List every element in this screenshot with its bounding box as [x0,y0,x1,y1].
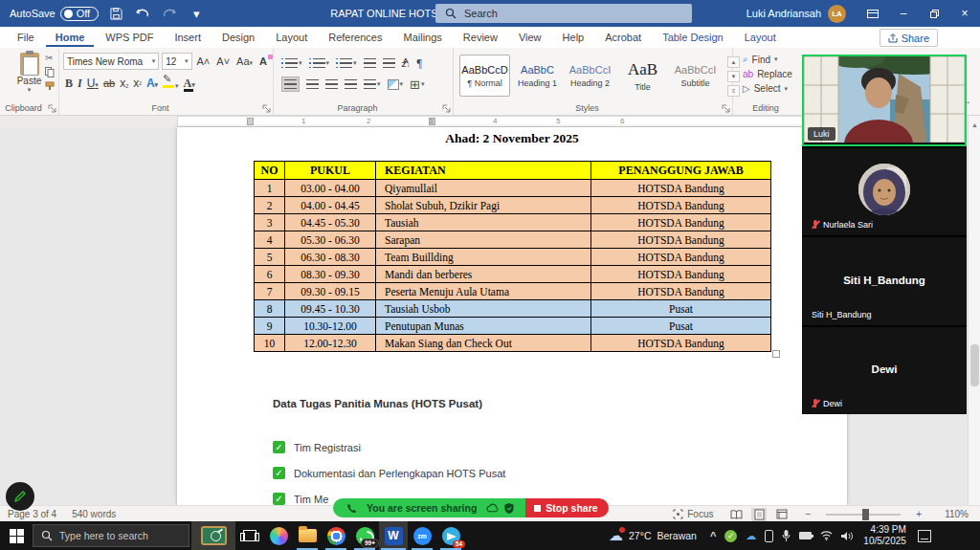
checklist-item[interactable]: ✓Dokumentasi dan Perlengkapan HOTS Pusat [273,467,505,479]
word-count[interactable]: 540 words [64,509,123,519]
zoom-slider-thumb[interactable] [862,509,869,520]
action-center-icon[interactable] [918,530,931,542]
increase-indent-button[interactable] [383,58,395,68]
strikethrough-button[interactable]: ab [103,77,115,89]
table-cell[interactable]: 04.45 - 05.30 [285,214,376,231]
start-button[interactable] [0,521,33,550]
tab-table-design[interactable]: Table Design [653,29,733,47]
font-size-select[interactable]: 12▾ [162,53,191,70]
tab-help[interactable]: Help [553,29,594,47]
taskbar-chrome-button[interactable] [322,521,350,550]
table-cell[interactable]: Team Buillding [376,249,591,266]
zoom-slider[interactable] [826,514,901,516]
weather-widget[interactable]: ☁ 27°C Berawan [609,527,697,544]
table-cell[interactable]: Mandi dan berberes [376,266,591,283]
checked-checkbox-icon[interactable]: ✓ [273,493,285,505]
search-box[interactable]: Search [435,4,692,23]
justify-button[interactable] [345,79,357,89]
phone-link-icon[interactable] [765,530,773,542]
redo-icon[interactable] [160,3,179,24]
table-cell[interactable]: 6 [255,266,285,283]
table-cell[interactable]: HOTSDA Bandung [591,231,771,249]
ribbon-display-options-button[interactable] [858,0,888,27]
highlight-color-button[interactable]: ▾ [163,76,179,91]
taskbar-search-box[interactable]: Type here to search [33,524,189,547]
table-cell[interactable]: 12.00-12.30 [285,335,376,352]
align-center-button[interactable] [306,79,319,89]
change-case-button[interactable]: Aa▾ [234,55,255,68]
copy-icon[interactable] [45,67,55,77]
checklist-item[interactable]: ✓Tim Registrasi [273,441,505,453]
borders-button[interactable]: ⊞▾ [410,77,424,92]
tab-home[interactable]: Home [46,29,95,47]
tab-mailings[interactable]: Mailings [393,29,451,47]
table-cell[interactable]: HOTSDA Bandung [591,266,771,283]
volume-icon[interactable] [841,531,854,541]
style-subtitle[interactable]: AaBbCcISubtitle [670,55,721,97]
paste-button[interactable]: Paste ▾ [9,52,51,94]
zoom-level[interactable]: 110% [937,509,976,519]
bold-button[interactable]: B [65,77,73,91]
table-cell[interactable]: 4 [255,231,285,249]
table-cell[interactable]: Pusat [591,300,771,318]
video-tile-dewi[interactable]: Dewi Dewi [802,327,967,415]
quick-access-customize-icon[interactable]: ▾ [187,3,206,24]
tab-acrobat[interactable]: Acrobat [595,29,651,47]
table-cell[interactable]: HOTSDA Bandung [591,214,771,231]
tab-file[interactable]: File [8,29,44,47]
text-effects-button[interactable]: A▾ [146,77,158,90]
collapse-ribbon-icon[interactable]: ˆ [967,100,969,110]
table-cell[interactable]: HOTSDA Bandung [591,283,771,300]
cloud-sync-icon[interactable]: ☁ [746,530,756,542]
close-button[interactable]: × [949,0,980,27]
numbering-button[interactable]: ▾ [309,58,330,68]
zoom-out-button[interactable]: − [797,509,818,519]
table-cell[interactable]: Makan Siang dan Check Out [376,335,591,352]
vertical-scrollbar[interactable]: ▲ [968,116,980,505]
clear-formatting-button[interactable]: A [257,55,269,68]
table-row[interactable]: 204.00 - 04.45Sholat Subuh, Dzikir PagiH… [255,197,771,214]
table-cell[interactable]: Penutupan Munas [376,318,591,335]
print-layout-button[interactable] [751,508,767,521]
font-name-select[interactable]: Times New Roma▾ [63,53,159,70]
style-h1[interactable]: AaBbCHeading 1 [512,55,563,97]
share-button[interactable]: Share [880,29,938,47]
table-resize-handle[interactable] [772,350,780,358]
bullets-button[interactable]: ▾ [281,58,302,68]
tab-layout[interactable]: Layout [735,29,786,47]
show-formatting-marks-button[interactable]: ¶ [416,56,421,71]
task-view-button[interactable] [235,521,264,550]
table-cell[interactable]: 5 [255,249,285,266]
table-row[interactable]: 910.30-12.00Penutupan MunasPusat [255,318,771,335]
antivirus-shield-icon[interactable]: ✓ [724,530,737,542]
taskbar-zoom-button[interactable]: zm [408,521,436,550]
style-h2[interactable]: AaBbCcIHeading 2 [565,55,615,97]
cut-icon[interactable]: ✂ [45,53,55,63]
table-cell[interactable]: 2 [255,197,285,214]
page-indicator[interactable]: Page 3 of 4 [0,509,64,519]
style-title[interactable]: AaBTitle [617,55,668,97]
tray-expand-chevron-icon[interactable]: ^ [710,530,716,541]
battery-icon[interactable] [799,532,812,539]
checked-checkbox-icon[interactable]: ✓ [273,441,285,453]
style-normal[interactable]: AaBbCcD¶ Normal [459,55,510,97]
read-mode-button[interactable] [728,508,744,521]
tab-design[interactable]: Design [212,29,264,47]
multilevel-list-button[interactable]: ▾ [336,58,357,68]
tab-references[interactable]: References [319,29,391,47]
format-painter-icon[interactable] [45,81,55,91]
table-row[interactable]: 809.45 - 10.30Tausiah UsbobPusat [255,300,771,318]
table-cell[interactable]: Sarapan [376,231,591,249]
microphone-icon[interactable] [782,530,791,542]
restore-button[interactable] [919,0,949,27]
wifi-icon[interactable] [820,531,833,540]
taskbar-copilot-button[interactable] [264,521,293,550]
table-row[interactable]: 709.30 - 09.15Peserta Menuju Aula UtamaH… [255,283,771,300]
table-cell[interactable]: 09.30 - 09.15 [285,283,376,300]
tab-view[interactable]: View [509,29,551,47]
autosave-toggle[interactable]: AutoSave Off [10,7,99,21]
table-cell[interactable]: Sholat Subuh, Dzikir Pagi [376,197,591,214]
table-cell[interactable]: Tausiah Usbob [376,300,591,318]
minimize-button[interactable]: – [888,0,919,27]
table-cell[interactable]: 9 [255,318,285,335]
